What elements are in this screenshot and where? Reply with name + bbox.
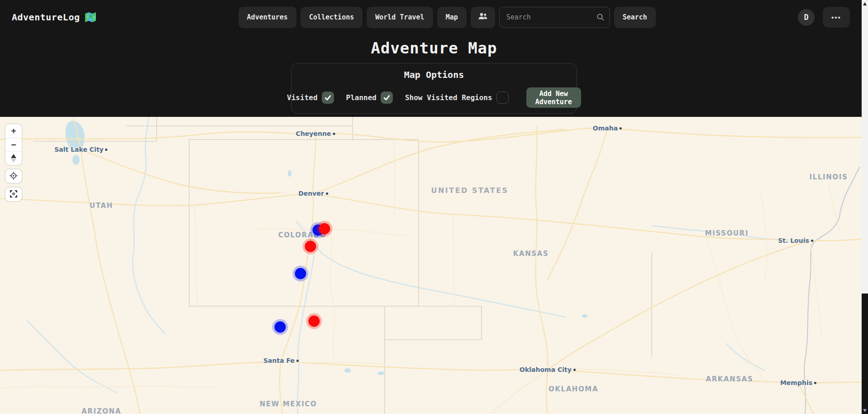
map-options-title: Map Options (300, 69, 568, 80)
compass-button[interactable] (5, 151, 22, 165)
toggle-show-visited-regions: Show Visited Regions (405, 91, 509, 104)
city-dot (573, 369, 576, 371)
zoom-in-button[interactable]: + (5, 124, 22, 138)
city-label-oklahoma-city: Oklahoma City (520, 366, 576, 373)
geolocate-icon (10, 172, 18, 181)
page-scrollbar[interactable] (862, 0, 868, 414)
state-label-arizona: ARIZONA (81, 407, 121, 414)
country-label: UNITED STATES (431, 186, 508, 195)
navbar: AdventureLog Adventures Collections Worl… (0, 0, 868, 34)
adventure-marker-red[interactable] (305, 241, 316, 252)
adventure-marker-red[interactable] (309, 316, 320, 327)
brand-name: AdventureLog (12, 12, 80, 23)
city-label-omaha-text: Omaha (593, 125, 618, 132)
city-label-denver: Denver (298, 190, 328, 197)
country-label-text: UNITED STATES (431, 186, 508, 195)
city-label-cheyenne: Cheyenne (296, 130, 335, 137)
state-label-oklahoma-text: OKLAHOMA (548, 385, 598, 393)
hero-section: Adventure Map Map Options VisitedPlanned… (0, 34, 868, 117)
map-base-tiles (0, 117, 868, 414)
scrollbar-thumb[interactable] (862, 0, 868, 294)
state-label-arkansas: ARKANSAS (706, 375, 754, 383)
city-dot (811, 240, 813, 242)
compass-south-icon (11, 159, 16, 163)
zoom-out-button[interactable]: − (5, 138, 22, 151)
brand[interactable]: AdventureLog (12, 12, 96, 23)
toggle-visited: Visited (287, 91, 334, 104)
city-dot (296, 360, 299, 362)
city-label-st--louis-text: St. Louis (778, 237, 809, 244)
nav-collections-button[interactable]: Collections (300, 7, 362, 28)
compass-north-icon (11, 154, 16, 158)
state-label-missouri: MISSOURI (705, 229, 749, 237)
map-zoom-controls: + − (5, 124, 22, 165)
city-label-st--louis: St. Louis (778, 237, 813, 244)
city-dot (814, 382, 816, 384)
fullscreen-icon (10, 190, 18, 199)
state-label-kansas: KANSAS (513, 250, 549, 258)
city-label-cheyenne-text: Cheyenne (296, 130, 331, 137)
nav-map-button[interactable]: Map (437, 7, 467, 28)
state-label-illinois: ILLINOIS (810, 173, 848, 181)
visited-checkbox[interactable] (322, 91, 334, 104)
city-label-oklahoma-city-text: Oklahoma City (520, 366, 572, 373)
state-label-missouri-text: MISSOURI (705, 229, 749, 237)
state-label-oklahoma: OKLAHOMA (548, 385, 598, 393)
toggle-planned: Planned (346, 91, 393, 104)
nav-right: D ••• (798, 7, 850, 28)
nav-world-travel-button[interactable]: World Travel (367, 7, 433, 28)
city-label-denver-text: Denver (298, 190, 324, 197)
city-label-santa-fe: Santa Fe (263, 357, 299, 364)
map-options-card: Map Options VisitedPlannedShow Visited R… (291, 63, 577, 114)
state-label-kansas-text: KANSAS (513, 250, 549, 258)
search-icon (596, 13, 605, 23)
city-dot (620, 127, 622, 130)
planned-checkbox[interactable] (381, 91, 393, 104)
map-emoji-icon (85, 12, 96, 23)
search-button[interactable]: Search (614, 7, 656, 28)
city-dot (326, 193, 328, 195)
add-new-adventure-button[interactable]: Add New Adventure (526, 87, 581, 108)
toggle-label: Planned (346, 93, 377, 102)
scroll-up-icon[interactable] (863, 2, 867, 5)
city-label-memphis: Memphis (780, 379, 816, 386)
city-label-memphis-text: Memphis (780, 379, 812, 386)
adventure-marker-blue[interactable] (275, 322, 286, 333)
geolocate-button[interactable] (5, 169, 22, 183)
city-label-salt-lake-city: Salt Lake City (54, 146, 107, 153)
search-field-wrap (499, 7, 610, 28)
fullscreen-button[interactable] (5, 188, 22, 201)
city-label-salt-lake-city-text: Salt Lake City (54, 146, 103, 153)
state-label-utah: UTAH (90, 202, 113, 210)
map-options-row: VisitedPlannedShow Visited RegionsAdd Ne… (300, 87, 568, 108)
city-label-santa-fe-text: Santa Fe (263, 357, 295, 364)
users-button[interactable] (471, 7, 495, 28)
users-icon (478, 12, 488, 22)
adventure-marker-red[interactable] (319, 223, 330, 235)
state-label-utah-text: UTAH (90, 202, 113, 210)
city-dot (333, 133, 335, 135)
toggle-label: Show Visited Regions (405, 93, 492, 102)
state-label-arkansas-text: ARKANSAS (706, 375, 754, 383)
state-label-arizona-text: ARIZONA (81, 407, 121, 414)
adventure-marker-blue[interactable] (295, 268, 306, 279)
avatar[interactable]: D (798, 9, 815, 26)
city-label-omaha: Omaha (593, 125, 622, 132)
show-visited-regions-checkbox[interactable] (496, 91, 509, 104)
adventure-map[interactable]: UNITED STATESUTAHCOLORADOKANSASMISSOURII… (0, 117, 868, 414)
state-label-new-mexico-text: NEW MEXICO (260, 400, 317, 408)
nav-links: Adventures Collections World Travel Map (238, 7, 656, 28)
search-input[interactable] (499, 7, 610, 28)
state-label-illinois-text: ILLINOIS (810, 173, 848, 181)
page-title: Adventure Map (371, 39, 497, 57)
nav-adventures-button[interactable]: Adventures (238, 7, 296, 28)
toggle-label: Visited (287, 93, 317, 102)
more-menu-button[interactable]: ••• (823, 7, 850, 28)
scroll-down-icon[interactable] (863, 409, 867, 412)
state-label-new-mexico: NEW MEXICO (260, 400, 317, 408)
city-dot (105, 149, 108, 151)
